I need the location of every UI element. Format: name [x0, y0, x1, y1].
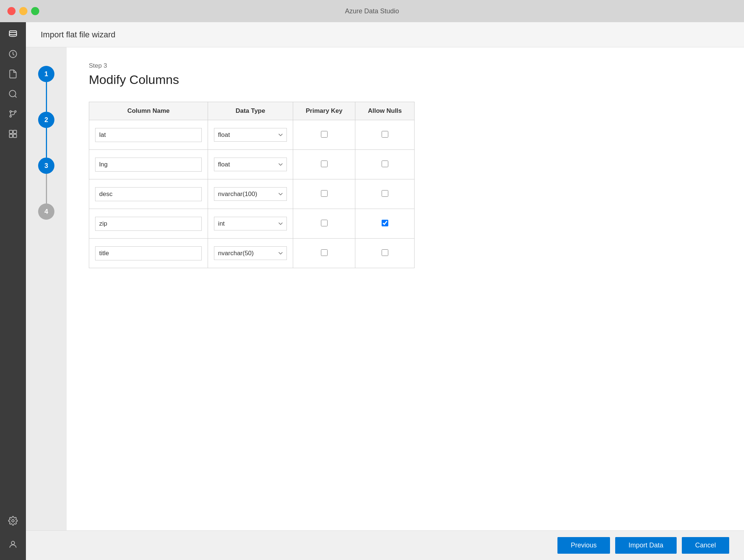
col-name-cell — [89, 179, 208, 209]
title-bar: Azure Data Studio — [0, 0, 744, 22]
sidebar-item-file[interactable] — [5, 66, 21, 82]
header-bar: Import flat file wizard — [26, 22, 744, 47]
sidebar — [0, 22, 26, 560]
allow-nulls-cell — [355, 120, 415, 150]
col-name-cell — [89, 209, 208, 239]
data-type-select[interactable]: floatintnvarchar(50)nvarchar(100)nvarcha… — [214, 128, 287, 142]
step-3: 3 — [38, 158, 54, 203]
import-data-button[interactable]: Import Data — [615, 537, 677, 554]
window-controls — [7, 7, 39, 15]
maximize-button[interactable] — [31, 7, 39, 15]
app-body: Import flat file wizard 1 2 3 4 — [0, 22, 744, 560]
svg-point-2 — [9, 90, 16, 97]
primary-key-checkbox[interactable] — [321, 131, 328, 138]
sidebar-item-git[interactable] — [5, 106, 21, 122]
svg-rect-8 — [13, 130, 17, 134]
sidebar-item-search[interactable] — [5, 86, 21, 102]
primary-key-checkbox[interactable] — [321, 220, 328, 226]
allow-nulls-checkbox[interactable] — [382, 131, 388, 138]
column-name-input[interactable] — [95, 158, 202, 172]
cancel-button[interactable]: Cancel — [682, 537, 729, 554]
svg-point-6 — [10, 115, 11, 117]
close-button[interactable] — [7, 7, 16, 15]
col-name-cell — [89, 120, 208, 150]
step-1-circle: 1 — [38, 66, 54, 82]
app-title: Azure Data Studio — [345, 7, 399, 15]
data-type-select[interactable]: floatintnvarchar(50)nvarchar(100)nvarcha… — [214, 187, 287, 201]
sidebar-item-account[interactable] — [5, 536, 21, 553]
svg-rect-10 — [13, 134, 17, 138]
col-name-cell — [89, 150, 208, 179]
step-line-2-3 — [46, 128, 47, 158]
previous-button[interactable]: Previous — [557, 537, 610, 554]
sidebar-item-settings[interactable] — [5, 513, 21, 529]
table-row: floatintnvarchar(50)nvarchar(100)nvarcha… — [89, 120, 415, 150]
col-header-allownulls: Allow Nulls — [355, 102, 415, 120]
column-name-input[interactable] — [95, 217, 202, 231]
col-header-datatype: Data Type — [208, 102, 293, 120]
col-datatype-cell: floatintnvarchar(50)nvarchar(100)nvarcha… — [208, 120, 293, 150]
primary-key-checkbox[interactable] — [321, 249, 328, 256]
column-name-input[interactable] — [95, 246, 202, 260]
allow-nulls-checkbox[interactable] — [382, 161, 388, 167]
allow-nulls-cell — [355, 150, 415, 179]
sidebar-item-database[interactable] — [5, 26, 21, 42]
primary-key-cell — [293, 179, 355, 209]
col-header-name: Column Name — [89, 102, 208, 120]
primary-key-cell — [293, 120, 355, 150]
primary-key-cell — [293, 150, 355, 179]
col-datatype-cell: floatintnvarchar(50)nvarchar(100)nvarcha… — [208, 239, 293, 268]
primary-key-cell — [293, 209, 355, 239]
allow-nulls-checkbox[interactable] — [382, 249, 388, 256]
step-line-3-4 — [46, 174, 47, 203]
minimize-button[interactable] — [19, 7, 27, 15]
step-line-1-2 — [46, 82, 47, 112]
table-row: floatintnvarchar(50)nvarchar(100)nvarcha… — [89, 150, 415, 179]
stepper: 1 2 3 4 — [26, 47, 67, 530]
svg-rect-7 — [9, 130, 13, 134]
columns-table: Column Name Data Type Primary Key Allow … — [89, 102, 415, 268]
column-name-input[interactable] — [95, 128, 202, 142]
allow-nulls-cell — [355, 179, 415, 209]
sidebar-item-extensions[interactable] — [5, 126, 21, 142]
step-4: 4 — [38, 203, 54, 220]
primary-key-cell — [293, 239, 355, 268]
step-label: Step 3 — [89, 62, 722, 70]
col-datatype-cell: floatintnvarchar(50)nvarchar(100)nvarcha… — [208, 179, 293, 209]
svg-point-4 — [10, 111, 11, 112]
col-datatype-cell: floatintnvarchar(50)nvarchar(100)nvarcha… — [208, 209, 293, 239]
data-type-select[interactable]: floatintnvarchar(50)nvarchar(100)nvarcha… — [214, 246, 287, 260]
primary-key-checkbox[interactable] — [321, 190, 328, 197]
step-heading: Modify Columns — [89, 72, 722, 87]
allow-nulls-checkbox[interactable] — [382, 220, 388, 226]
column-name-input[interactable] — [95, 187, 202, 201]
allow-nulls-cell — [355, 239, 415, 268]
wizard-title: Import flat file wizard — [41, 30, 115, 40]
data-type-select[interactable]: floatintnvarchar(50)nvarchar(100)nvarcha… — [214, 217, 287, 230]
svg-point-12 — [11, 541, 15, 544]
footer: Previous Import Data Cancel — [26, 530, 744, 560]
allow-nulls-checkbox[interactable] — [382, 190, 388, 197]
svg-point-11 — [12, 520, 14, 522]
data-type-select[interactable]: floatintnvarchar(50)nvarchar(100)nvarcha… — [214, 158, 287, 171]
col-datatype-cell: floatintnvarchar(50)nvarchar(100)nvarcha… — [208, 150, 293, 179]
sidebar-bottom — [5, 513, 21, 560]
main-area: Import flat file wizard 1 2 3 4 — [26, 22, 744, 560]
wizard-content: Step 3 Modify Columns Column Name Data T… — [67, 47, 744, 530]
step-2-circle: 2 — [38, 112, 54, 128]
step-2: 2 — [38, 112, 54, 158]
sidebar-item-history[interactable] — [5, 46, 21, 62]
allow-nulls-cell — [355, 209, 415, 239]
svg-rect-0 — [9, 31, 17, 32]
table-row: floatintnvarchar(50)nvarchar(100)nvarcha… — [89, 239, 415, 268]
step-3-circle: 3 — [38, 158, 54, 174]
svg-point-5 — [14, 111, 16, 112]
primary-key-checkbox[interactable] — [321, 161, 328, 167]
table-row: floatintnvarchar(50)nvarchar(100)nvarcha… — [89, 179, 415, 209]
step-1: 1 — [38, 66, 54, 112]
content: 1 2 3 4 Step 3 Modify Columns — [26, 47, 744, 530]
svg-line-3 — [15, 96, 17, 98]
col-name-cell — [89, 239, 208, 268]
svg-rect-9 — [9, 134, 13, 138]
table-row: floatintnvarchar(50)nvarchar(100)nvarcha… — [89, 209, 415, 239]
